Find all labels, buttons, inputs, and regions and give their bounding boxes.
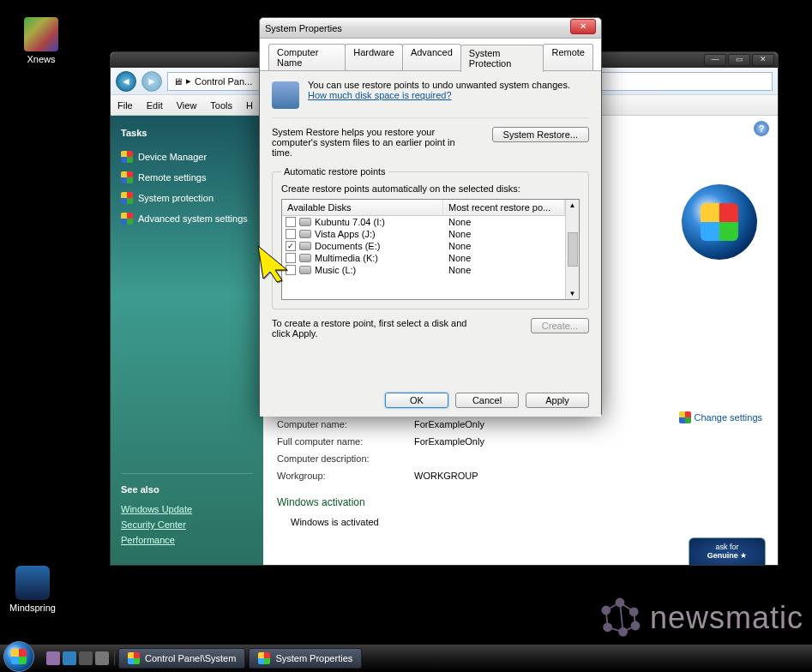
tab-system-protection[interactable]: System Protection — [460, 45, 544, 72]
protection-icon — [272, 81, 299, 109]
ql-ie-icon[interactable] — [63, 651, 76, 665]
maximize-button[interactable]: ▭ — [728, 54, 750, 66]
see-also-performance[interactable]: Performance — [121, 532, 253, 548]
minimize-button[interactable]: — — [704, 54, 726, 66]
disk-list: Available Disks Most recent restore po..… — [281, 199, 580, 300]
taskbar: Control Panel\System System Properties — [0, 645, 812, 672]
start-button[interactable] — [3, 641, 34, 672]
tab-computer-name[interactable]: Computer Name — [268, 44, 346, 71]
desktop-icon-mindspring[interactable]: Mindspring — [7, 566, 58, 613]
scroll-down-icon[interactable]: ▼ — [569, 290, 576, 297]
see-also-windows-update[interactable]: Windows Update — [121, 501, 253, 517]
forward-button[interactable]: ► — [141, 71, 162, 92]
sp-intro-text: You can use restore points to undo unwan… — [308, 80, 589, 109]
disk-recent: None — [443, 229, 565, 239]
menu-help[interactable]: H — [246, 100, 253, 111]
tab-advanced[interactable]: Advanced — [402, 44, 461, 71]
menu-view[interactable]: View — [177, 100, 197, 111]
disk-icon — [299, 218, 311, 226]
svg-line-13 — [620, 603, 623, 632]
create-button: Create... — [531, 318, 589, 333]
task-icon — [128, 652, 140, 664]
fieldset-description: Create restore points automatically on t… — [281, 183, 580, 194]
shield-icon — [679, 411, 691, 423]
see-also-heading: See also — [121, 473, 253, 495]
scroll-up-icon[interactable]: ▲ — [569, 201, 576, 209]
system-properties-dialog: System Properties ✕ Computer Name Hardwa… — [259, 17, 602, 415]
disk-checkbox[interactable] — [286, 217, 296, 227]
sidebar-link-advanced-settings[interactable]: Advanced system settings — [121, 208, 253, 229]
svg-line-8 — [620, 603, 634, 612]
shield-icon — [121, 213, 133, 225]
workgroup-value: WORKGROUP — [414, 471, 478, 481]
disk-recent: None — [443, 241, 565, 251]
activation-status: Windows is activated — [291, 517, 379, 527]
ok-button[interactable]: OK — [385, 393, 448, 408]
disk-recent: None — [443, 265, 565, 275]
disk-checkbox[interactable]: ✓ — [286, 241, 296, 251]
xnews-label: Xnews — [15, 54, 67, 64]
tab-remote[interactable]: Remote — [543, 44, 593, 71]
taskbar-control-panel[interactable]: Control Panel\System — [118, 648, 245, 669]
menu-file[interactable]: File — [117, 100, 133, 111]
tab-hardware[interactable]: Hardware — [345, 44, 403, 71]
ql-show-desktop-icon[interactable] — [46, 651, 60, 665]
help-button[interactable]: ? — [754, 121, 769, 136]
computer-name-label: Computer name: — [277, 419, 414, 429]
close-button[interactable]: ✕ — [752, 54, 774, 66]
task-icon — [258, 652, 270, 664]
disk-checkbox[interactable] — [286, 253, 296, 263]
desktop-icon-xnews[interactable]: Xnews — [15, 17, 67, 64]
disk-row[interactable]: Vista Apps (J:)None — [282, 228, 565, 240]
disk-checkbox[interactable] — [286, 265, 296, 275]
breadcrumb-text: Control Pan... — [195, 76, 252, 87]
watermark-logo-icon — [597, 595, 643, 641]
system-restore-button[interactable]: System Restore... — [492, 127, 589, 142]
fieldset-legend: Automatic restore points — [281, 166, 388, 177]
sp-close-button[interactable]: ✕ — [570, 19, 596, 34]
disk-space-link[interactable]: How much disk space is required? — [308, 90, 452, 100]
create-description: To create a restore point, first select … — [272, 318, 478, 339]
cp-sidebar: Tasks Device Manager Remote settings Sys… — [111, 116, 263, 565]
change-settings-link[interactable]: Change settings — [679, 411, 763, 423]
ql-app-icon[interactable] — [95, 651, 109, 665]
newsmatic-watermark: newsmatic — [597, 595, 803, 641]
menu-tools[interactable]: Tools — [210, 100, 232, 111]
disk-row[interactable]: ✓Documents (E:)None — [282, 240, 565, 252]
disk-icon — [299, 266, 311, 274]
see-also-section: See also Windows Update Security Center … — [121, 473, 253, 548]
sidebar-link-remote-settings[interactable]: Remote settings — [121, 167, 253, 188]
sidebar-link-system-protection[interactable]: System protection — [121, 188, 253, 208]
back-button[interactable]: ◄ — [116, 71, 136, 92]
disk-recent: None — [443, 253, 565, 263]
disk-checkbox[interactable] — [286, 229, 296, 239]
disk-icon — [299, 242, 311, 250]
col-available-disks[interactable]: Available Disks — [282, 200, 443, 215]
apply-button[interactable]: Apply — [526, 393, 589, 408]
workgroup-label: Workgroup: — [277, 471, 414, 481]
sp-titlebar[interactable]: System Properties ✕ — [260, 18, 601, 39]
cancel-button[interactable]: Cancel — [455, 393, 519, 408]
restore-description: System Restore helps you restore your co… — [272, 127, 469, 158]
disk-name: Documents (E:) — [315, 241, 380, 251]
shield-icon — [121, 151, 133, 163]
sp-tabs: Computer Name Hardware Advanced System P… — [260, 39, 601, 71]
disk-row[interactable]: Kubuntu 7.04 (I:)None — [282, 216, 565, 228]
breadcrumb-sep: ▸ — [186, 75, 191, 87]
col-recent-restore[interactable]: Most recent restore po... — [443, 200, 565, 215]
ql-explorer-icon[interactable] — [79, 651, 93, 665]
disk-row[interactable]: Multimedia (K:)None — [282, 252, 565, 264]
menu-edit[interactable]: Edit — [147, 100, 163, 111]
folder-icon: 🖥 — [173, 76, 183, 87]
genuine-badge[interactable]: ask forGenuine ★ — [689, 537, 766, 566]
sp-tab-content: You can use restore points to undo unwan… — [260, 70, 601, 417]
sidebar-link-device-manager[interactable]: Device Manager — [121, 147, 253, 167]
disk-row[interactable]: Music (L:)None — [282, 264, 565, 276]
disk-name: Vista Apps (J:) — [315, 229, 376, 239]
taskbar-system-properties[interactable]: System Properties — [249, 648, 362, 669]
disk-scrollbar[interactable]: ▲ ▼ — [565, 200, 579, 299]
quick-launch — [41, 651, 115, 665]
see-also-security-center[interactable]: Security Center — [121, 517, 253, 532]
scroll-thumb[interactable] — [568, 232, 578, 267]
disk-icon — [299, 230, 311, 238]
